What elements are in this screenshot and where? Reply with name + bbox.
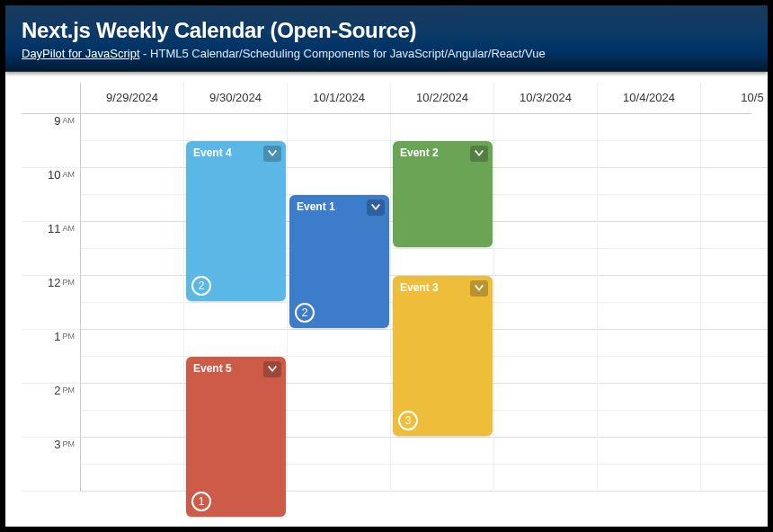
day-header-row: 9/29/20249/30/202410/1/202410/2/202410/3…	[22, 83, 751, 114]
tagline: - HTML5 Calendar/Scheduling Components f…	[140, 47, 546, 60]
event-title: Event 1	[297, 200, 335, 213]
chevron-down-icon[interactable]	[470, 280, 488, 297]
page-title: Next.js Weekly Calendar (Open-Source)	[22, 18, 751, 43]
event-title: Event 4	[193, 146, 232, 159]
time-label: 1PM	[22, 330, 80, 384]
time-label: 9AM	[22, 114, 80, 168]
event-badge: 2	[295, 303, 315, 323]
event-e5[interactable]: Event 51	[186, 357, 286, 517]
event-e3[interactable]: Event 33	[393, 276, 493, 436]
day-header[interactable]: 9/29/2024	[81, 83, 184, 113]
event-title: Event 5	[193, 362, 232, 375]
calendar-body: 9AM10AM11AM12PM1PM2PM3PM Event 42Event 1…	[22, 114, 751, 492]
event-badge: 1	[191, 492, 211, 511]
event-e4[interactable]: Event 42	[186, 141, 286, 301]
day-header[interactable]: 10/1/2024	[288, 83, 391, 113]
day-header[interactable]: 10/3/2024	[494, 83, 598, 113]
time-label: 12PM	[22, 276, 80, 330]
day-header[interactable]: 10/2/2024	[391, 83, 494, 113]
time-label: 3PM	[22, 438, 80, 492]
day-header[interactable]: 9/30/2024	[184, 83, 288, 113]
day-header[interactable]: 10/5	[701, 83, 773, 113]
chevron-down-icon[interactable]	[367, 200, 385, 216]
subtitle: DayPilot for JavaScript - HTML5 Calendar…	[22, 47, 751, 60]
page-header: Next.js Weekly Calendar (Open-Source) Da…	[5, 5, 768, 72]
event-e2[interactable]: Event 2	[393, 141, 493, 247]
event-title: Event 3	[400, 281, 439, 294]
events-layer: Event 42Event 12Event 2Event 33Event 51	[81, 114, 751, 492]
time-label: 2PM	[22, 384, 80, 438]
daypilot-link[interactable]: DayPilot for JavaScript	[22, 47, 140, 60]
day-header[interactable]: 10/4/2024	[598, 83, 701, 113]
event-e1[interactable]: Event 12	[289, 195, 389, 328]
chevron-down-icon[interactable]	[470, 146, 488, 162]
event-title: Event 2	[400, 146, 439, 159]
time-column: 9AM10AM11AM12PM1PM2PM3PM	[22, 114, 81, 492]
chevron-down-icon[interactable]	[263, 361, 281, 377]
calendar: 9/29/20249/30/202410/1/202410/2/202410/3…	[22, 83, 751, 492]
time-label: 10AM	[22, 168, 80, 222]
time-column-header	[22, 83, 81, 113]
time-label: 11AM	[22, 222, 80, 276]
event-badge: 2	[191, 276, 211, 296]
chevron-down-icon[interactable]	[263, 146, 281, 162]
event-badge: 3	[398, 411, 418, 430]
